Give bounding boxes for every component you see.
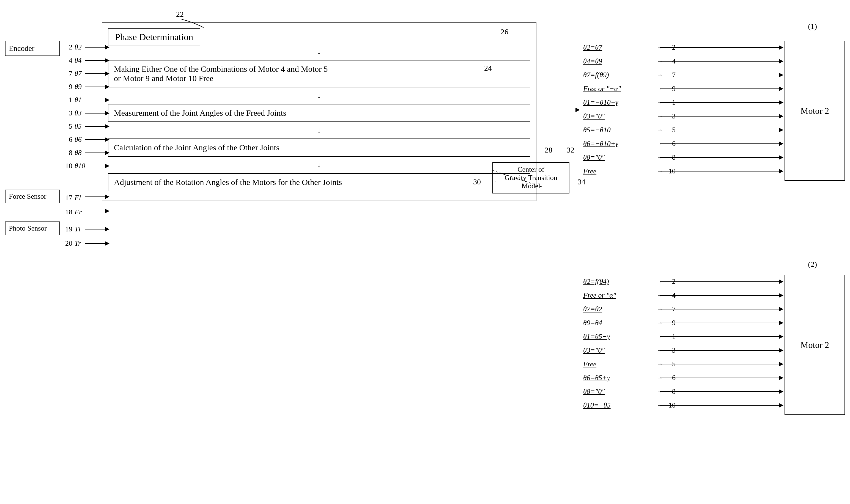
photo-sensor-label: Photo Sensor bbox=[9, 224, 47, 232]
photo-sensor-box: Photo Sensor bbox=[5, 221, 60, 235]
motor-2-box-1: Motor 2 bbox=[784, 41, 845, 181]
ref-34: 34 bbox=[578, 178, 585, 186]
force-sensor-label: Force Sensor bbox=[9, 192, 46, 200]
making-free-box: Making Either One of the Combinations of… bbox=[108, 60, 530, 87]
measurement-box: Measurement of the Joint Angles of the F… bbox=[108, 104, 530, 122]
arrow-down-4: ↓ bbox=[108, 161, 530, 169]
motor-label-2: Motor bbox=[800, 340, 822, 350]
section-2-label: (2) bbox=[808, 260, 817, 269]
motor-2-box-2: Motor 2 bbox=[784, 275, 845, 415]
calculation-box: Calculation of the Joint Angles of the O… bbox=[108, 139, 530, 157]
encoder-labels: 2θ2 4θ4 7θ7 9θ9 1θ1 3θ3 5θ5 6θ6 8θ8 10θ1… bbox=[62, 41, 91, 173]
main-flowchart: Phase Determination ↓ Making Either One … bbox=[102, 22, 536, 201]
adjustment-text: Adjustment of the Rotation Angles of the… bbox=[114, 178, 342, 186]
force-sensor-box: Force Sensor bbox=[5, 190, 60, 203]
making-free-text: Making Either One of the Combinations of… bbox=[114, 64, 328, 83]
measurement-text: Measurement of the Joint Angles of the F… bbox=[114, 108, 287, 118]
encoder-box: Encoder bbox=[5, 41, 60, 56]
section2-formulas: θ2=f(θ4)→2 Free or "α"→4 θ7=θ2→7 θ9=θ4→9… bbox=[583, 275, 676, 412]
diagram-container: 22 Encoder 2θ2 4θ4 7θ7 9θ9 1θ1 3θ3 5θ5 6… bbox=[0, 0, 850, 504]
arrow-down-1: ↓ bbox=[108, 47, 530, 56]
motor-label-1: Motor bbox=[800, 106, 822, 116]
motor-num-2: 2 bbox=[825, 340, 829, 350]
arrow-down-2: ↓ bbox=[108, 91, 530, 100]
phase-determination-text: Phase Determination bbox=[115, 32, 193, 42]
ref-30: 30 bbox=[473, 178, 481, 186]
force-labels: 17Fl 18Fr bbox=[62, 191, 91, 219]
phase-determination-box: Phase Determination bbox=[108, 28, 200, 46]
ref-22-label: 22 bbox=[176, 10, 184, 19]
ref-24: 24 bbox=[484, 64, 492, 73]
section1-formulas: θ2=θ7→2 θ4=θ9→4 θ7=f(θ9)→7 Free or "−α"→… bbox=[583, 41, 676, 178]
section-1-label: (1) bbox=[808, 22, 817, 31]
ref-32: 32 bbox=[567, 146, 574, 155]
cog-text: Center ofGravity Transition Model bbox=[504, 165, 557, 190]
photo-labels: 19Tl 20Tr bbox=[62, 222, 91, 251]
ref-28: 28 bbox=[545, 146, 552, 155]
motor-num-1: 2 bbox=[825, 106, 829, 116]
calculation-text: Calculation of the Joint Angles of the O… bbox=[114, 143, 279, 152]
arrow-down-3: ↓ bbox=[108, 126, 530, 134]
ref-26: 26 bbox=[501, 28, 508, 36]
adjustment-box: Adjustment of the Rotation Angles of the… bbox=[108, 173, 530, 191]
cog-box: Center ofGravity Transition Model bbox=[492, 162, 569, 194]
encoder-label: Encoder bbox=[9, 44, 34, 53]
